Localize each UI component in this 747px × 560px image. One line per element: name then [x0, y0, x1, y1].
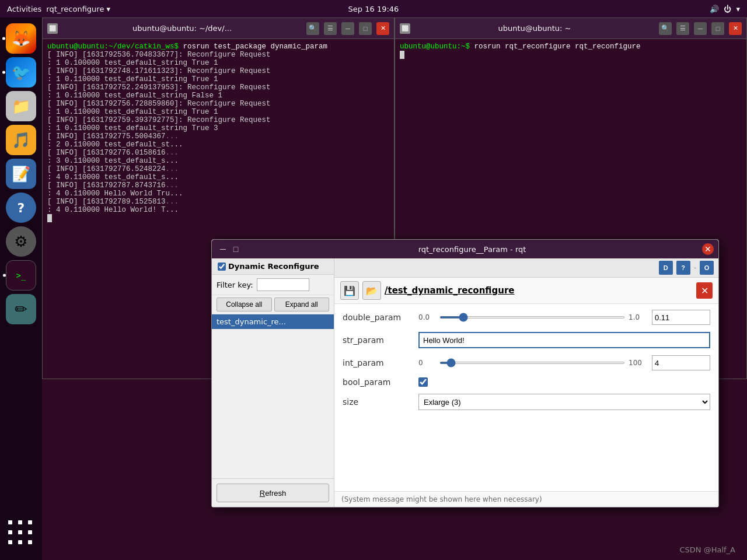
collapse-all-btn[interactable]: Collapse all [217, 298, 272, 312]
collapse-row: Collapse all Expand all [212, 295, 334, 314]
left-panel: Dynamic Reconfigure Filter key: Collapse… [212, 258, 334, 507]
param-row-str: str_param [343, 332, 710, 348]
datetime-label: Sep 16 19:46 [348, 5, 399, 13]
int-param-min: 0 [418, 359, 436, 367]
terminal-1-menu-btn[interactable]: ☰ [324, 22, 337, 35]
double-param-max: 1.0 [629, 313, 646, 321]
dock: 🦊 🐦 📁 🎵 📝 ? ⚙ >_ ✏ [0, 18, 42, 560]
terminal-1-title: ubuntu@ubuntu: ~/dev/... [62, 24, 302, 33]
apps-grid-icon[interactable] [6, 518, 36, 548]
node-name-label: /test_dynamic_reconfigure [385, 285, 693, 296]
dock-item-files[interactable]: 📁 [6, 91, 36, 121]
filter-row: Filter key: [212, 275, 334, 295]
rqt-reconfigure-window: ─ □ rqt_reconfigure__Param - rqt ✕ Dynam… [211, 239, 719, 508]
status-message: (System message might be shown here when… [341, 495, 542, 503]
bool-param-checkbox[interactable] [418, 377, 428, 387]
int-param-label: int_param [343, 358, 413, 368]
tree-area: test_dynamic_re... [212, 314, 334, 478]
rqt-minimize-btn[interactable]: ─ [217, 243, 229, 256]
terminal-1-icon: ⬜ [47, 23, 58, 34]
terminal-2-close-btn[interactable]: ✕ [729, 22, 742, 35]
status-bar: (System message might be shown here when… [334, 491, 718, 507]
expand-all-btn[interactable]: Expand all [274, 298, 330, 312]
dock-item-editor[interactable]: ✏ [6, 294, 36, 324]
param-row-double: double_param 0.0 1.0 [343, 310, 710, 325]
help-btn[interactable]: ? [676, 261, 690, 275]
rqt-title: rqt_reconfigure__Param - rqt [242, 245, 702, 254]
dock-item-firefox[interactable]: 🦊 [6, 23, 36, 54]
dock-item-terminal[interactable]: >_ [6, 260, 36, 290]
terminal-1-titlebar: ⬜ ubuntu@ubuntu: ~/dev/... 🔍 ☰ ─ □ ✕ [43, 18, 394, 39]
dr-enabled-checkbox[interactable] [218, 262, 226, 271]
param-row-size: size Small (0) Medium (1) Large (2) Exla… [343, 394, 710, 410]
double-param-slider-container: 0.0 1.0 [418, 313, 646, 321]
chevron-down-icon[interactable]: ▾ [736, 5, 740, 13]
right-panel: D ? - O 💾 📂 /test_dynamic_reconfigure ✕ [334, 258, 718, 507]
size-param-dropdown[interactable]: Small (0) Medium (1) Large (2) Exlarge (… [418, 394, 710, 410]
int-param-slider[interactable] [439, 362, 625, 364]
d-btn[interactable]: D [659, 261, 673, 275]
size-param-label: size [343, 397, 413, 407]
main-area: ⬜ ubuntu@ubuntu: ~/dev/... 🔍 ☰ ─ □ ✕ ubu… [42, 18, 747, 560]
dock-item-help[interactable]: ? [6, 192, 36, 223]
dr-title-label: Dynamic Reconfigure [228, 262, 319, 271]
filter-label: Filter key: [217, 281, 253, 289]
volume-icon[interactable]: 🔊 [710, 5, 719, 13]
str-param-input[interactable] [418, 332, 710, 348]
terminal-2-menu-btn[interactable]: ☰ [676, 22, 689, 35]
app-name-label[interactable]: rqt_reconfigure ▾ [46, 5, 110, 13]
double-param-input[interactable] [652, 310, 710, 325]
dock-item-writer[interactable]: 📝 [6, 159, 36, 189]
terminal-2-search-btn[interactable]: 🔍 [659, 22, 672, 35]
power-icon[interactable]: ⏻ [724, 5, 731, 13]
close-node-btn[interactable]: ✕ [696, 282, 713, 299]
system-bar: Activities rqt_reconfigure ▾ Sep 16 19:4… [0, 0, 747, 18]
load-config-btn[interactable]: 📂 [362, 281, 381, 300]
int-param-slider-container: 0 100 [418, 359, 646, 367]
int-param-max: 100 [629, 359, 646, 367]
terminal-1-minimize-btn[interactable]: ─ [341, 22, 354, 35]
save-config-btn[interactable]: 💾 [340, 281, 359, 300]
terminal-1-maximize-btn[interactable]: □ [359, 22, 372, 35]
right-panel-header: D ? - O [334, 258, 718, 278]
param-row-bool: bool_param [343, 377, 710, 387]
int-param-input[interactable] [652, 355, 710, 370]
rqt-close-btn[interactable]: ✕ [702, 243, 714, 255]
rqt-content: Dynamic Reconfigure Filter key: Collapse… [212, 258, 718, 507]
header-sep: - [694, 264, 696, 272]
terminal-2-title: ubuntu@ubuntu: ~ [415, 24, 654, 33]
double-param-min: 0.0 [418, 313, 436, 321]
o-btn[interactable]: O [700, 261, 714, 275]
bool-param-label: bool_param [343, 377, 413, 387]
right-toolbar: 💾 📂 /test_dynamic_reconfigure ✕ [334, 278, 718, 304]
dock-item-thunderbird[interactable]: 🐦 [6, 57, 36, 88]
str-param-label: str_param [343, 335, 413, 345]
activities-label[interactable]: Activities [7, 5, 41, 13]
watermark: CSDN @Half_A [679, 545, 735, 554]
double-param-slider[interactable] [439, 316, 625, 318]
rqt-maximize-btn[interactable]: □ [229, 243, 242, 256]
terminal-2-titlebar: ⬜ ubuntu@ubuntu: ~ 🔍 ☰ ─ □ ✕ [395, 18, 746, 39]
refresh-btn[interactable]: Refresh [217, 484, 329, 502]
terminal-2-minimize-btn[interactable]: ─ [694, 22, 707, 35]
tree-item-0[interactable]: test_dynamic_re... [212, 314, 334, 329]
dock-item-music[interactable]: 🎵 [6, 125, 36, 155]
rqt-titlebar: ─ □ rqt_reconfigure__Param - rqt ✕ [212, 240, 718, 258]
refresh-row: Refresh [212, 478, 334, 507]
terminal-2-maximize-btn[interactable]: □ [711, 22, 724, 35]
dock-item-settings[interactable]: ⚙ [6, 226, 36, 257]
params-area: double_param 0.0 1.0 str_param [334, 304, 718, 491]
terminal-1-close-btn[interactable]: ✕ [376, 22, 389, 35]
terminal-2-icon: ⬜ [400, 23, 410, 34]
dr-titlebar: Dynamic Reconfigure [212, 258, 334, 275]
param-row-int: int_param 0 100 [343, 355, 710, 370]
filter-input[interactable] [257, 278, 309, 291]
terminal-1-search-btn[interactable]: 🔍 [306, 22, 319, 35]
double-param-label: double_param [343, 313, 413, 322]
